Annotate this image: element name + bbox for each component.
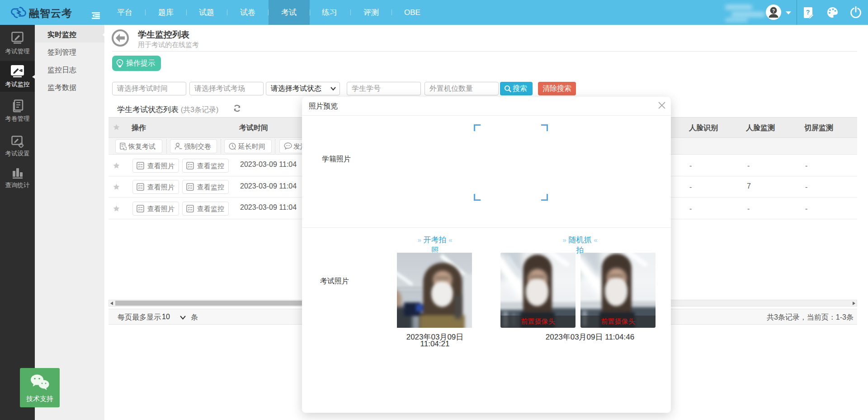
svg-text:?: ? bbox=[772, 9, 775, 14]
svg-text:?: ? bbox=[806, 9, 810, 16]
